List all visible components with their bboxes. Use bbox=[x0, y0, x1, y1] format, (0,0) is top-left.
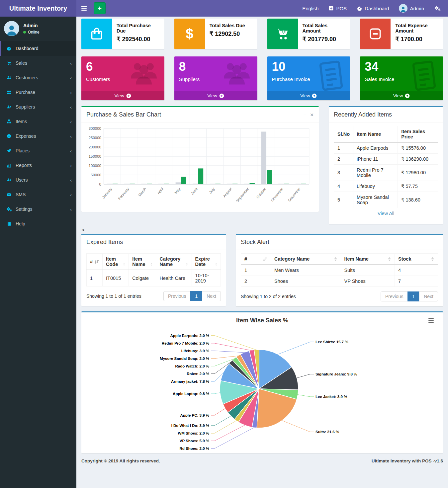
cart-icon bbox=[5, 60, 13, 66]
sidebar-item-customers[interactable]: Customers‹ bbox=[0, 70, 76, 85]
sort-updown-icon bbox=[388, 257, 391, 262]
envelope-icon bbox=[5, 192, 13, 197]
plus-square-icon bbox=[328, 6, 334, 11]
book-icon bbox=[5, 221, 13, 226]
tile-customers[interactable]: 6 Customers View bbox=[81, 56, 164, 100]
minus-square-icon bbox=[360, 19, 391, 49]
table-row: 1 IT0015 Colgate Health Care 10-10-2019 bbox=[87, 270, 221, 286]
sortable-column-header[interactable]: Expire Date bbox=[192, 254, 221, 270]
top-navbar: Ultimate Inventory + English POS Dashboa… bbox=[0, 0, 448, 17]
pos-link[interactable]: POS bbox=[328, 6, 347, 11]
view-customers-link[interactable]: View bbox=[81, 91, 164, 100]
svg-text:VP Shoes: 5.9 %: VP Shoes: 5.9 % bbox=[180, 439, 209, 443]
minus-circle-icon bbox=[5, 133, 13, 139]
sortable-column-header[interactable]: Category Name bbox=[271, 254, 341, 265]
view-sales-invoice-link[interactable]: View bbox=[360, 91, 443, 100]
sidebar-toggle-button[interactable] bbox=[76, 0, 92, 17]
column-header: Sl.No bbox=[334, 126, 353, 143]
svg-text:December: December bbox=[287, 187, 301, 202]
gears-icon bbox=[434, 5, 441, 11]
tile-sales-invoice[interactable]: 34 Sales Invoice View bbox=[360, 56, 443, 100]
sortable-column-header[interactable]: # bbox=[87, 254, 103, 270]
previous-page-button[interactable]: Previous bbox=[163, 291, 191, 301]
online-status-dot bbox=[23, 31, 26, 34]
tables-row: Expired Items # Item Code Item Name Cate… bbox=[81, 234, 443, 306]
svg-text:Suits: 21.6 %: Suits: 21.6 % bbox=[315, 430, 339, 434]
sidebar-item-expenses[interactable]: Expenses‹ bbox=[0, 129, 76, 143]
item-wise-sales-panel: Item Wise Sales % Lee Shirts: 15.7 %Sign… bbox=[81, 311, 443, 453]
page-footer: Copyright © 2019 All rights reserved. Ul… bbox=[76, 453, 448, 469]
hamburger-icon bbox=[81, 6, 87, 7]
bar-chart-icon bbox=[5, 163, 13, 168]
sidebar-item-settings[interactable]: Settings‹ bbox=[0, 202, 76, 216]
tile-purchase-invoice[interactable]: 10 Purchase Invoice View bbox=[267, 56, 350, 100]
page-number-button[interactable]: 1 bbox=[407, 291, 419, 301]
sidebar-item-sales[interactable]: Sales‹ bbox=[0, 56, 76, 70]
svg-text:May: May bbox=[174, 187, 181, 195]
tile-suppliers[interactable]: 8 Suppliers View bbox=[174, 56, 257, 100]
collapse-icon[interactable]: − bbox=[303, 112, 306, 118]
svg-text:January: January bbox=[101, 187, 113, 199]
svg-text:100000: 100000 bbox=[89, 164, 101, 168]
version-text: Ultimate Inventory with POS -v1.6 bbox=[372, 458, 443, 463]
view-suppliers-link[interactable]: View bbox=[174, 91, 257, 100]
previous-page-button[interactable]: Previous bbox=[381, 291, 408, 301]
users-icon bbox=[5, 75, 13, 80]
sidebar-item-items[interactable]: Items‹ bbox=[0, 114, 76, 129]
svg-text:200000: 200000 bbox=[89, 145, 101, 149]
navbar-right: English POS Dashboard Admin bbox=[302, 4, 448, 13]
avatar bbox=[4, 21, 19, 36]
view-purchase-invoice-link[interactable]: View bbox=[267, 91, 350, 100]
sidebar-item-suppliers[interactable]: Suppliers‹ bbox=[0, 100, 76, 114]
dashboard-link[interactable]: Dashboard bbox=[357, 6, 389, 11]
page-number-button[interactable]: 1 bbox=[190, 291, 202, 301]
recent-items-table: Sl.No Item Name Item Sales Price 1Apple … bbox=[334, 126, 438, 219]
sidebar-item-places[interactable]: Places‹ bbox=[0, 143, 76, 158]
sidebar-item-purchase[interactable]: Purchase‹ bbox=[0, 85, 76, 100]
settings-gears-button[interactable] bbox=[434, 5, 441, 11]
shopping-bag-icon bbox=[81, 19, 112, 49]
sidebar-item-users[interactable]: Users‹ bbox=[0, 173, 76, 187]
next-page-button[interactable]: Next bbox=[419, 291, 438, 301]
sidebar: Admin Online Dashboard Sales‹ Customers‹… bbox=[0, 17, 76, 488]
quick-add-button[interactable]: + bbox=[94, 2, 106, 14]
view-all-link[interactable]: View All bbox=[378, 211, 395, 216]
chevron-left-icon: ‹ bbox=[70, 133, 72, 139]
next-page-button[interactable]: Next bbox=[202, 291, 221, 301]
sort-updown-icon bbox=[334, 257, 337, 262]
expired-items-table: # Item Code Item Name Category Name Expi… bbox=[86, 253, 221, 286]
users-group-icon bbox=[128, 60, 160, 87]
sortable-column-header[interactable]: Category Name bbox=[156, 254, 192, 270]
svg-text:0: 0 bbox=[99, 182, 101, 186]
language-menu[interactable]: English bbox=[302, 6, 318, 11]
table-row: 3Redmi Pro 7 Mobile₹ 12980.00 bbox=[334, 165, 438, 181]
summary-cards-row: Total Purchase Due₹ 292540.00 $ Total Sa… bbox=[81, 19, 443, 49]
sidebar-item-help[interactable]: Help bbox=[0, 216, 76, 231]
sortable-column-header[interactable]: # bbox=[241, 254, 271, 265]
sortable-column-header[interactable]: Item Code bbox=[103, 254, 129, 270]
sidebar-item-sms[interactable]: SMS‹ bbox=[0, 187, 76, 202]
cubes-icon bbox=[5, 119, 13, 124]
svg-text:Apple PC: 3.9 %: Apple PC: 3.9 % bbox=[180, 413, 209, 417]
card-total-sales-amount: Total Sales Amount₹ 201779.00 bbox=[267, 19, 350, 49]
svg-text:September: September bbox=[235, 187, 250, 203]
chevron-left-icon: ‹ bbox=[70, 177, 72, 183]
svg-text:Lee Shirts: 15.7 %: Lee Shirts: 15.7 % bbox=[315, 340, 348, 344]
user-menu[interactable]: Admin bbox=[399, 4, 424, 13]
sortable-column-header[interactable]: Stock bbox=[395, 254, 438, 265]
sortable-column-header[interactable]: Item Name bbox=[341, 254, 395, 265]
svg-text:250000: 250000 bbox=[89, 136, 101, 140]
chart-context-menu-icon[interactable] bbox=[427, 316, 435, 324]
svg-text:November: November bbox=[270, 187, 284, 202]
close-icon[interactable]: ✕ bbox=[310, 112, 314, 118]
svg-text:I Do What I Do: 3.9 %: I Do What I Do: 3.9 % bbox=[171, 424, 209, 428]
sidebar-item-dashboard[interactable]: Dashboard bbox=[0, 41, 76, 56]
total-sales-amount-value: ₹ 201779.00 bbox=[303, 36, 346, 43]
cogs-icon bbox=[5, 206, 13, 212]
stock-alert-table: # Category Name Item Name Stock 1 Men We… bbox=[241, 253, 438, 287]
invoice-icon bbox=[317, 60, 345, 92]
sidebar-item-reports[interactable]: Reports‹ bbox=[0, 158, 76, 173]
sortable-column-header[interactable]: Item Name bbox=[129, 254, 156, 270]
svg-text:Armany jacket: 7.8 %: Armany jacket: 7.8 % bbox=[171, 379, 209, 383]
svg-text:March: March bbox=[137, 187, 147, 197]
